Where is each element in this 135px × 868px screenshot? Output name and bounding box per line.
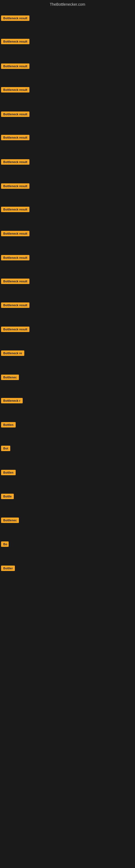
bottleneck-badge[interactable]: Bottleneck result xyxy=(1,303,30,308)
bottleneck-badge[interactable]: Bottlenec xyxy=(1,375,19,380)
bottleneck-badge[interactable]: Bottleneck result xyxy=(1,159,30,165)
bottleneck-item: Bottleneck result xyxy=(1,39,30,45)
bottleneck-badge[interactable]: Bottlen xyxy=(1,470,16,475)
bottleneck-item: Bottleneck result xyxy=(1,63,30,70)
bottleneck-badge[interactable]: Bottleneck result xyxy=(1,135,30,140)
bottleneck-badge[interactable]: Bottleneck re xyxy=(1,350,24,356)
page-wrapper: TheBottlenecker.com Bottleneck resultBot… xyxy=(0,0,135,868)
bottleneck-item: Bottlenec xyxy=(1,518,19,524)
bottleneck-item: Bottleneck result xyxy=(1,255,30,261)
bottleneck-item: Bottleneck re xyxy=(1,350,24,357)
bottleneck-item: Bottlenec xyxy=(1,375,19,381)
bottleneck-item: Bottleneck r xyxy=(1,398,23,404)
bottleneck-item: Bottlen xyxy=(1,422,16,429)
bottleneck-badge[interactable]: Bottleneck result xyxy=(1,183,30,189)
bottleneck-badge[interactable]: Bottleneck result xyxy=(1,255,30,260)
bottleneck-item: Bottleneck result xyxy=(1,16,30,22)
bottleneck-badge[interactable]: Bo xyxy=(1,541,9,547)
bottleneck-badge[interactable]: Bottlen xyxy=(1,422,16,428)
bottleneck-item: Bottleneck result xyxy=(1,112,30,118)
bottleneck-item: Bo xyxy=(1,541,9,548)
bottleneck-badge[interactable]: Bot xyxy=(1,446,10,451)
bottleneck-item: Bottleneck result xyxy=(1,135,30,141)
bottleneck-item: Bottler xyxy=(1,565,15,572)
bottleneck-badge[interactable]: Bottleneck result xyxy=(1,279,30,284)
bottleneck-item: Bottleneck result xyxy=(1,231,30,237)
bottleneck-badge[interactable]: Bottleneck result xyxy=(1,327,30,332)
bottleneck-item: Bot xyxy=(1,446,10,452)
bottleneck-item: Bottleneck result xyxy=(1,327,30,333)
bottleneck-badge[interactable]: Bottleneck result xyxy=(1,87,30,93)
bottleneck-item: Bottleneck result xyxy=(1,159,30,166)
bottleneck-badge[interactable]: Bottleneck result xyxy=(1,207,30,212)
bottleneck-badge[interactable]: Bottleneck result xyxy=(1,112,30,117)
bottleneck-item: Bottleneck result xyxy=(1,303,30,309)
bottleneck-badge[interactable]: Bottle xyxy=(1,494,14,499)
bottleneck-item: Bottle xyxy=(1,494,14,500)
bottleneck-item: Bottleneck result xyxy=(1,207,30,213)
bottleneck-item: Bottleneck result xyxy=(1,183,30,190)
site-title: TheBottlenecker.com xyxy=(50,2,85,6)
site-header: TheBottlenecker.com xyxy=(0,0,135,10)
bottleneck-item: Bottlen xyxy=(1,470,16,476)
bottleneck-badge[interactable]: Bottleneck result xyxy=(1,231,30,236)
bottleneck-badge[interactable]: Bottlenec xyxy=(1,518,19,523)
bottleneck-badge[interactable]: Bottler xyxy=(1,565,15,571)
bottleneck-badge[interactable]: Bottleneck result xyxy=(1,39,30,44)
bottleneck-item: Bottleneck result xyxy=(1,279,30,285)
bottleneck-badge[interactable]: Bottleneck r xyxy=(1,398,23,403)
bottleneck-badge[interactable]: Bottleneck result xyxy=(1,63,30,69)
bottleneck-item: Bottleneck result xyxy=(1,87,30,94)
bottleneck-badge[interactable]: Bottleneck result xyxy=(1,16,30,21)
